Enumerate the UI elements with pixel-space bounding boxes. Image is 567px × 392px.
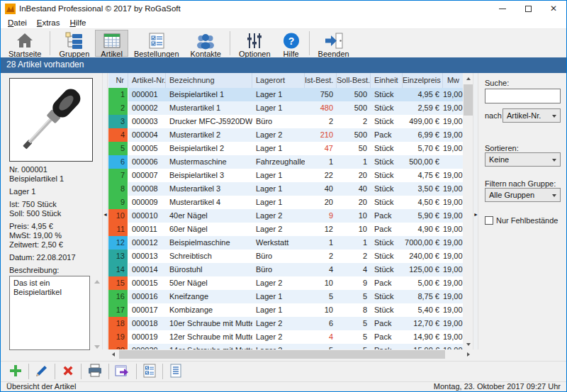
delete-button[interactable] — [57, 362, 79, 381]
minimize-button[interactable] — [490, 1, 515, 16]
table-row[interactable]: 13000013SchreibtischBüro22Stück240,00 €1… — [108, 250, 463, 263]
toolbar-startseite-button[interactable]: Startseite — [3, 30, 47, 57]
cell-sollbest: 4 — [337, 263, 371, 276]
maximize-button[interactable] — [515, 1, 541, 16]
scroll-up-icon[interactable] — [463, 73, 473, 84]
table-horizontal-scrollbar[interactable] — [108, 349, 473, 359]
scroll-down-icon[interactable] — [463, 339, 473, 349]
table-row[interactable]: 1900001912er Schraube mit MutterLager 24… — [108, 330, 463, 344]
table-row[interactable]: 1800001810er Schraube mit MutterLager 26… — [108, 317, 463, 330]
print-button[interactable] — [84, 362, 106, 381]
cell-bezeichnung: Mustermaschine — [166, 155, 252, 169]
title-bar: InBestand Professional © 2017 by RoGaSof… — [1, 1, 566, 16]
table-row[interactable]: 2000002Musterartikel 1Lager 1480500Stück… — [108, 101, 463, 115]
menu-datei[interactable]: Datei — [3, 18, 32, 27]
toolbar-separator — [55, 364, 55, 379]
column-header-mwst[interactable]: Mw — [443, 73, 463, 88]
cell-einheit: Pack — [371, 223, 403, 236]
cell-bezeichnung: Beispielartikel 3 — [166, 169, 252, 182]
article-location: Lager 1 — [9, 187, 103, 196]
column-header-sollbest[interactable]: Soll-Best. — [337, 73, 371, 88]
toolbar-beenden-button[interactable]: Beenden — [313, 30, 355, 57]
table-row[interactable]: 7000007Beispielartikel 3Lager 12220Stück… — [108, 169, 463, 182]
table-row[interactable]: 1100001160er NägelLager 21210Pack4,90 €1… — [108, 223, 463, 236]
column-header-nr[interactable]: Nr — [108, 73, 128, 88]
table-row[interactable]: 3000003Drucker MFC-J5920DWBüro22Stück499… — [108, 115, 463, 128]
collapse-left-icon[interactable]: ◄ — [103, 212, 107, 218]
textarea-scroll-up-icon[interactable] — [94, 280, 100, 284]
table-row[interactable]: 9000009Musterartikel 4Lager 12020Stück4,… — [108, 196, 463, 209]
search-input[interactable] — [485, 89, 561, 103]
horizontal-scroll-thumb[interactable] — [119, 350, 445, 359]
only-shortages-checkbox[interactable] — [485, 216, 493, 225]
cell-einzelpreis: 2,59 € — [403, 101, 443, 115]
add-button[interactable] — [5, 362, 26, 381]
description-textarea[interactable]: Das ist ein Beispielartikel — [9, 276, 90, 350]
contacts-people-icon — [196, 32, 215, 50]
toolbar-gruppen-button[interactable]: Gruppen — [53, 30, 95, 57]
menu-extras[interactable]: Extras — [32, 18, 65, 27]
column-header-lagerort[interactable]: Lagerort — [252, 73, 305, 88]
table-row[interactable]: 2000002014er Schraube mit MutterLager 25… — [108, 344, 463, 349]
sort-dropdown[interactable]: Keine — [485, 152, 561, 167]
cell-lagerort: Büro — [252, 263, 305, 276]
column-header-einzelpreis[interactable]: Einzelpreis — [403, 73, 443, 88]
column-header-bezeichnung[interactable]: Bezeichnung — [166, 73, 252, 88]
close-icon: ✕ — [550, 4, 557, 13]
search-by-dropdown[interactable]: Artikel-Nr. — [503, 108, 561, 123]
toolbar-hilfe-button[interactable]: ? Hilfe — [276, 30, 306, 57]
table-row[interactable]: 14000014BürostuhlBüro44Stück125,00 €19,0… — [108, 263, 463, 276]
table-row[interactable]: 8000008Musterartikel 3Lager 14040Stück3,… — [108, 182, 463, 196]
toolbar-separator — [50, 31, 50, 55]
cell-bezeichnung: Musterartikel 3 — [166, 182, 252, 196]
toolbar-kontakte-button[interactable]: Kontakte — [185, 30, 227, 57]
cell-istbest: 750 — [305, 88, 337, 101]
cell-mwst: 19,00 — [443, 169, 463, 182]
scroll-left-icon[interactable] — [108, 349, 118, 359]
column-header-artikelnr[interactable]: Artikel-Nr. — [128, 73, 166, 88]
cell-istbest: 2 — [305, 115, 337, 128]
table-row[interactable]: 1000001Beispielartikel 1Lager 1750500Stü… — [108, 88, 463, 101]
vertical-scroll-thumb[interactable] — [464, 84, 473, 116]
table-row[interactable]: 1500001550er NägelLager 2109Pack5,00 €19… — [108, 276, 463, 290]
document-button[interactable] — [165, 362, 186, 381]
column-header-istbest[interactable]: Ist-Best. — [305, 73, 337, 88]
table-row[interactable]: 6000006MustermaschineFahrzeughalle11Stüc… — [108, 155, 463, 169]
cell-einheit: Stück — [371, 115, 403, 128]
toolbar-separator — [81, 364, 82, 379]
cell-artikelnr: 000004 — [128, 128, 166, 142]
textarea-scroll-down-icon[interactable] — [94, 345, 100, 349]
table-vertical-scrollbar[interactable] — [463, 73, 473, 349]
scroll-right-icon[interactable] — [464, 349, 473, 359]
cell-einzelpreis: 5,70 € — [403, 142, 443, 155]
close-button[interactable]: ✕ — [541, 1, 566, 16]
menu-hilfe[interactable]: Hilfe — [64, 18, 91, 27]
toolbar-optionen-button[interactable]: Optionen — [233, 30, 276, 57]
toolbar-artikel-button[interactable]: Artikel — [95, 30, 128, 57]
article-detail-panel: Nr. 000001 Beispielartikel 1 Lager 1 Ist… — [4, 73, 102, 361]
table-row[interactable]: 12000012BeispielmaschineWerkstatt11Stück… — [108, 236, 463, 250]
cell-artikelnr: 000003 — [128, 115, 166, 128]
table-row[interactable]: 1000001040er NägelLager 2910Pack5,90 €19… — [108, 209, 463, 223]
table-row[interactable]: 5000005Beispielartikel 2Lager 14750Stück… — [108, 142, 463, 155]
table-row[interactable]: 16000016KneifzangeLager 155Stück8,75 €19… — [108, 290, 463, 303]
collapse-right-icon[interactable]: ► — [473, 212, 478, 218]
cell-bezeichnung: Kneifzange — [166, 290, 252, 303]
cell-sollbest: 50 — [337, 142, 371, 155]
cell-einheit: Stück — [371, 155, 403, 169]
cell-sollbest: 1 — [337, 236, 371, 250]
cell-artikelnr: 000012 — [128, 236, 166, 250]
right-panel-splitter[interactable]: ► — [473, 73, 478, 349]
table-row[interactable]: 4000004Musterartikel 2Lager 2210500Pack6… — [108, 128, 463, 142]
cell-einzelpreis: 5,90 € — [403, 209, 443, 223]
table-row[interactable]: 17000017KombizangeLager 1108Stück5,40 €1… — [108, 303, 463, 317]
export-button[interactable] — [111, 362, 134, 381]
group-filter-dropdown[interactable]: Alle Gruppen — [485, 188, 561, 202]
toolbar-bestellungen-button[interactable]: Bestellungen — [128, 30, 185, 57]
orders-button[interactable] — [139, 362, 160, 381]
left-panel-splitter[interactable]: ◄ — [102, 73, 108, 349]
edit-button[interactable] — [31, 362, 52, 381]
column-header-einheit[interactable]: Einheit — [371, 73, 403, 88]
cell-nr: 3 — [108, 115, 128, 128]
cell-lagerort: Lager 2 — [252, 128, 305, 142]
